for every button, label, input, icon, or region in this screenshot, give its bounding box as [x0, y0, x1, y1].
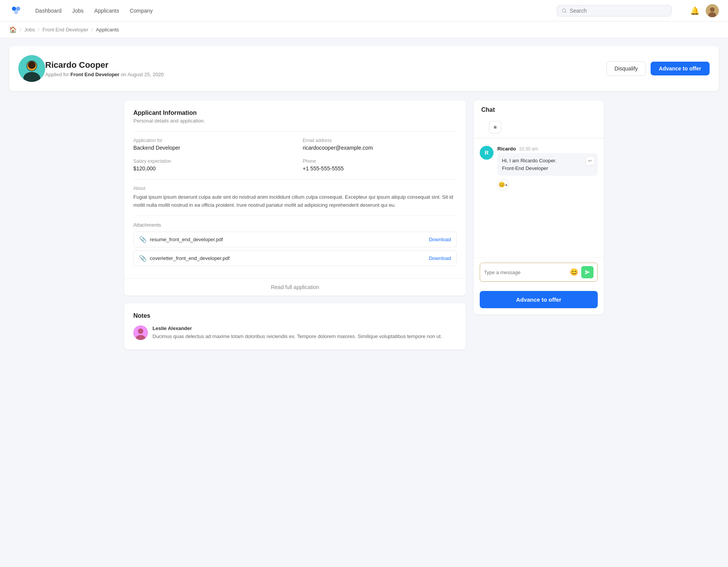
svg-point-6 [710, 7, 715, 12]
svg-point-0 [12, 7, 16, 11]
main-content: Applicant Information Personal details a… [115, 91, 613, 359]
breadcrumb: 🏠 / Jobs / Front End Developer / Applica… [0, 21, 728, 38]
nav-applicants[interactable]: Applicants [94, 6, 119, 15]
notes-title: Notes [133, 312, 457, 319]
svg-line-4 [565, 11, 566, 12]
breadcrumb-current: Applicants [96, 27, 119, 33]
info-grid: Application for Backend Developer Email … [133, 138, 457, 172]
profile-applied: Applied for Front End Developer on Augus… [45, 72, 607, 77]
attachment-2: 📎 coverletter_front_end_developer.pdf Do… [133, 250, 457, 266]
nav-company[interactable]: Company [130, 6, 153, 15]
svg-point-2 [14, 10, 18, 14]
breadcrumb-home[interactable]: 🏠 [9, 26, 17, 33]
chat-emoji-picker[interactable]: 😊 [570, 268, 578, 276]
applicant-info-card: Applicant Information Personal details a… [124, 100, 466, 296]
info-phone: Phone +1 555-555-5555 [303, 158, 457, 172]
chat-messages: R Ricardo 10:30 am Hi, I am Ricardo Coop… [474, 143, 604, 258]
notes-card: Notes Leslie Alexander Ducimus quas dele… [124, 303, 466, 350]
info-application: Application for Backend Developer [133, 138, 287, 151]
chat-message-1: R Ricardo 10:30 am Hi, I am Ricardo Coop… [480, 146, 598, 190]
profile-avatar [18, 55, 45, 82]
nav-dashboard[interactable]: Dashboard [35, 6, 62, 15]
card-title-applicant: Applicant Information [133, 109, 457, 116]
chat-avatar-ricardo: R [480, 146, 494, 160]
attachment-download-1[interactable]: Download [429, 237, 451, 242]
applicant-info-body: Applicant Information Personal details a… [124, 100, 466, 278]
chat-message-input[interactable] [484, 270, 567, 275]
advance-to-offer-button[interactable]: Advance to offer [651, 62, 710, 75]
note-avatar-leslie [133, 325, 148, 340]
profile-header: Ricardo Cooper Applied for Front End Dev… [9, 46, 719, 91]
attachment-1: 📎 resume_front_end_developer.pdf Downloa… [133, 232, 457, 247]
nav-jobs[interactable]: Jobs [72, 6, 84, 15]
navbar: Dashboard Jobs Applicants Company 🔔 [0, 0, 728, 21]
note-item-1: Leslie Alexander Ducimus quas delectus a… [133, 325, 457, 341]
card-subtitle-applicant: Personal details and application. [133, 118, 457, 124]
chat-send-button[interactable] [581, 266, 594, 278]
search-input[interactable] [570, 8, 667, 14]
chat-header: Chat [474, 100, 604, 113]
chat-emoji-react-button[interactable]: 😊+ [497, 179, 509, 190]
svg-point-14 [138, 328, 143, 334]
profile-actions: Disqualify Advance to offer [607, 61, 710, 76]
notes-section: Notes Leslie Alexander Ducimus quas dele… [124, 303, 466, 350]
breadcrumb-jobs[interactable]: Jobs [25, 27, 35, 33]
read-full-application-button[interactable]: Read full application [124, 278, 466, 296]
attachment-icon-2: 📎 [139, 255, 147, 262]
search-icon [562, 8, 567, 13]
info-email: Email address ricardocooper@example.com [303, 138, 457, 151]
breadcrumb-role[interactable]: Front End Developer [43, 27, 89, 33]
chat-card: Chat ≡ R Ricardo 10:30 am Hi, I am Ricar… [474, 100, 604, 314]
profile-info: Ricardo Cooper Applied for Front End Dev… [45, 60, 607, 77]
disqualify-button[interactable]: Disqualify [607, 61, 646, 76]
note-content-1: Leslie Alexander Ducimus quas delectus a… [152, 325, 442, 341]
user-avatar[interactable] [706, 4, 719, 17]
svg-point-12 [28, 61, 36, 69]
profile-name: Ricardo Cooper [45, 60, 607, 70]
attachments-label: Attachments [133, 222, 457, 228]
info-about: About Fugiat ipsum ipsum deserunt culpa … [133, 186, 457, 209]
attachment-download-2[interactable]: Download [429, 255, 451, 261]
info-salary: Salary expectation $120,000 [133, 158, 287, 172]
chat-advance-to-offer-button[interactable]: Advance to offer [480, 291, 598, 308]
logo[interactable] [9, 4, 23, 18]
chat-menu-button[interactable]: ≡ [489, 121, 501, 133]
chat-input-area: 😊 [474, 258, 604, 286]
search-bar [557, 5, 672, 16]
left-column: Applicant Information Personal details a… [124, 100, 466, 350]
chat-reply-button[interactable]: ↩ [585, 156, 595, 165]
chat-bubble-1: Hi, I am Ricardo Cooper.Front-End Develo… [497, 153, 598, 176]
chat-column: Chat ≡ R Ricardo 10:30 am Hi, I am Ricar… [474, 100, 604, 350]
navbar-right: 🔔 [690, 4, 719, 17]
nav-links: Dashboard Jobs Applicants Company [35, 6, 544, 15]
attachment-icon-1: 📎 [139, 236, 147, 243]
chat-input-wrapper: 😊 [480, 263, 598, 282]
svg-point-1 [16, 7, 20, 11]
bell-icon[interactable]: 🔔 [690, 6, 700, 15]
